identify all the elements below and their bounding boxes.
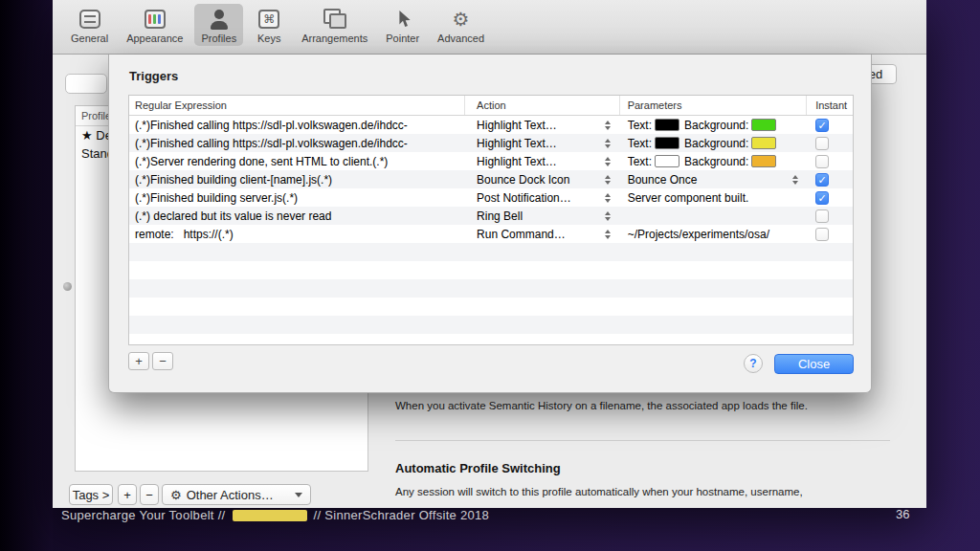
slide-page-number: 36 (896, 507, 909, 521)
toolbar-item-advanced[interactable]: ⚙ Advanced (431, 4, 491, 46)
triggers-table-header: Regular Expression Action Parameters Ins… (129, 96, 853, 116)
instant-checkbox[interactable]: ✓ (815, 119, 829, 132)
keys-icon: ⌘ (255, 7, 283, 31)
trigger-action: Highlight Text… (465, 152, 620, 170)
other-actions-dropdown[interactable]: ⚙ Other Actions… (162, 484, 311, 505)
action-stepper-control[interactable] (603, 209, 613, 223)
column-header-parameters[interactable]: Parameters (620, 96, 807, 115)
remove-profile-button[interactable]: − (140, 484, 159, 505)
auto-switching-description: Any session will switch to this profile … (395, 485, 879, 499)
background-color-swatch[interactable] (751, 155, 776, 167)
trigger-regex: remote: https://(.*) (129, 225, 465, 243)
trigger-add-remove-group: + − (128, 352, 173, 370)
trigger-regex: (.*)Finished building client-[name].js(.… (129, 170, 465, 188)
action-stepper-control[interactable] (603, 191, 613, 205)
trigger-action: Run Command… (465, 225, 620, 243)
sheet-title: Triggers (129, 69, 178, 83)
toolbar-item-general[interactable]: General (64, 4, 115, 46)
auto-switching-title: Automatic Profile Switching (395, 461, 561, 475)
trigger-action: Bounce Dock Icon (465, 170, 620, 188)
trigger-row[interactable]: (.*)Finished building client-[name].js(.… (129, 170, 853, 188)
advanced-gear-icon: ⚙ (447, 7, 476, 31)
action-stepper-control[interactable] (603, 137, 613, 150)
semantic-history-description: When you activate Semantic History on a … (395, 399, 879, 413)
trigger-action-label: Highlight Text… (477, 155, 557, 168)
trigger-action: Ring Bell (465, 207, 620, 225)
toolbar-label: Appearance (126, 33, 183, 44)
background-color-swatch[interactable] (751, 119, 776, 131)
column-header-instant[interactable]: Instant (807, 96, 853, 115)
text-color-label: Text: (628, 155, 652, 168)
profiles-person-icon (205, 7, 234, 31)
toolbar-item-pointer[interactable]: Pointer (379, 4, 426, 46)
instant-checkbox[interactable] (815, 228, 829, 241)
background-color-label: Background: (684, 155, 748, 168)
toolbar-item-profiles[interactable]: Profiles (194, 4, 243, 46)
action-stepper-control[interactable] (603, 228, 613, 241)
trigger-params: ~/Projects/experiments/osa/ (620, 225, 807, 243)
redacted-highlight (233, 510, 307, 521)
trigger-instant (807, 152, 853, 170)
trigger-regex: (.*)Finished calling https://sdl-pl.volk… (129, 116, 465, 134)
remove-trigger-button[interactable]: − (152, 352, 173, 370)
trigger-params: Text:Background: (620, 134, 807, 152)
add-profile-button[interactable]: + (118, 484, 137, 505)
empty-row (129, 298, 853, 316)
instant-checkbox[interactable] (815, 209, 829, 223)
help-button[interactable]: ? (744, 354, 763, 373)
trigger-params: Server component built. (620, 188, 807, 207)
trigger-row[interactable]: (.*)Finished calling https://sdl-pl.volk… (129, 116, 853, 134)
instant-checkbox[interactable]: ✓ (815, 191, 829, 205)
trigger-regex: (.*)Finished building server.js(.*) (129, 188, 465, 207)
trigger-regex: (.*) declared but its value is never rea… (129, 207, 465, 225)
action-stepper-control[interactable] (603, 155, 613, 168)
background-color-swatch[interactable] (751, 137, 776, 149)
instant-checkbox[interactable]: ✓ (815, 173, 829, 187)
background-color-label: Background: (684, 119, 748, 132)
action-stepper-control[interactable] (603, 119, 613, 132)
tags-button[interactable]: Tags > (69, 484, 113, 505)
appearance-icon (141, 7, 169, 31)
trigger-regex: (.*)Server rendering done, sent HTML to … (129, 152, 465, 170)
trigger-action-label: Bounce Dock Icon (477, 173, 569, 187)
background-color-label: Background: (684, 137, 748, 150)
trigger-row[interactable]: (.*)Finished calling https://sdl-pl.volk… (129, 134, 853, 152)
trigger-action: Post Notification… (465, 188, 620, 207)
trigger-row[interactable]: (.*)Server rendering done, sent HTML to … (129, 152, 853, 170)
section-divider (395, 440, 890, 441)
text-color-label: Text: (628, 137, 652, 150)
action-stepper-control[interactable] (603, 173, 613, 187)
empty-row (129, 279, 853, 298)
trigger-instant: ✓ (807, 170, 853, 188)
instant-checkbox[interactable] (815, 155, 829, 168)
empty-row (129, 316, 853, 334)
toolbar-item-appearance[interactable]: Appearance (120, 4, 189, 46)
trigger-regex: (.*)Finished calling https://sdl-pl.volk… (129, 134, 465, 152)
text-color-swatch[interactable] (655, 155, 679, 167)
text-color-swatch[interactable] (655, 137, 679, 149)
toolbar-item-keys[interactable]: ⌘ Keys (248, 4, 290, 46)
close-button[interactable]: Close (774, 354, 854, 374)
column-header-regex[interactable]: Regular Expression (129, 96, 465, 115)
caption-left: Supercharge Your Toolbelt // (61, 508, 226, 522)
trigger-row[interactable]: remote: https://(.*)Run Command…~/Projec… (129, 225, 853, 243)
profiles-search-field[interactable] (65, 74, 107, 94)
params-stepper-control[interactable] (790, 173, 800, 187)
toolbar-item-arrangements[interactable]: Arrangements (295, 4, 374, 46)
toolbar-label: Advanced (437, 33, 484, 44)
instant-checkbox[interactable] (815, 137, 829, 150)
empty-row (129, 261, 853, 279)
params-value: Server component built. (628, 191, 749, 205)
trigger-instant: ✓ (807, 116, 853, 134)
trigger-instant (807, 225, 853, 243)
add-trigger-button[interactable]: + (128, 352, 149, 370)
trigger-row[interactable]: (.*)Finished building server.js(.*)Post … (129, 188, 853, 207)
toolbar-label: Keys (257, 33, 280, 44)
chevron-down-icon (295, 493, 302, 497)
pointer-cursor-icon (389, 7, 417, 31)
text-color-swatch[interactable] (655, 119, 679, 131)
other-actions-label: Other Actions… (187, 488, 274, 502)
trigger-action-label: Ring Bell (477, 209, 523, 223)
column-header-action[interactable]: Action (465, 96, 620, 115)
trigger-row[interactable]: (.*) declared but its value is never rea… (129, 207, 853, 225)
